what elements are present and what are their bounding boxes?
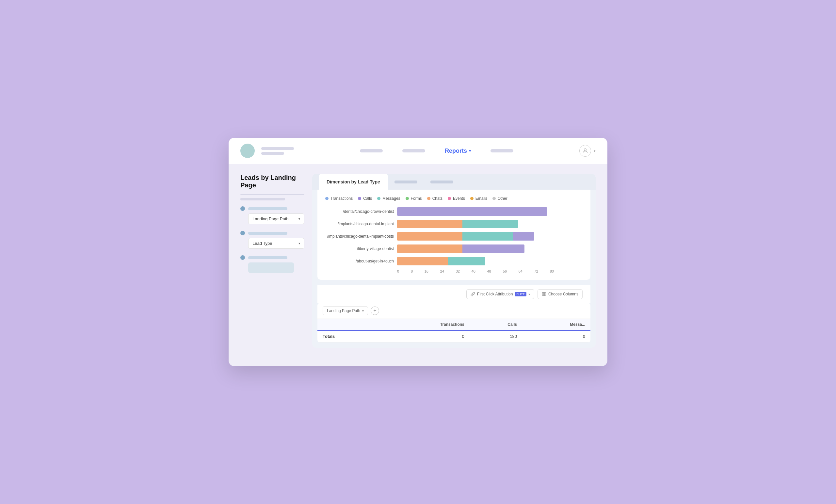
attribution-chevron-icon: ▾ — [528, 292, 530, 296]
table-cell-transactions: 0 — [378, 330, 470, 343]
bar-label: /implants/chicago-dental-implant — [325, 221, 394, 226]
legend-item-chats: Chats — [427, 196, 442, 201]
filter-dot-row-2 — [240, 231, 304, 235]
legend-dot-forms — [405, 197, 409, 200]
x-axis: 08162432404856647280 — [325, 269, 583, 273]
landing-page-path-label: Landing Page Path — [252, 216, 289, 221]
table-filter-button[interactable]: Landing Page Path ▾ — [323, 306, 368, 315]
bar-row: /implants/chicago-dental-implant — [397, 220, 583, 228]
filter-label-bar-2 — [248, 232, 287, 235]
landing-page-path-arrow-icon: ▾ — [299, 217, 300, 221]
lead-type-arrow-icon: ▾ — [299, 241, 300, 245]
sidebar-divider — [240, 194, 304, 195]
legend-dot-calls — [358, 197, 361, 200]
tab-inactive-bar-1 — [395, 180, 417, 183]
bar-segment — [513, 232, 534, 240]
legend-label-events: Events — [453, 196, 465, 201]
tab-inactive-2[interactable] — [424, 174, 460, 190]
x-axis-tick: 24 — [440, 269, 444, 273]
legend-item-events: Events — [448, 196, 465, 201]
filter-dot-3 — [240, 255, 245, 260]
bar-row: /implants/chicago-dental-implant-costs — [397, 232, 583, 240]
tab-inactive-bar-2 — [431, 180, 453, 183]
bar-segment — [462, 232, 513, 240]
legend-dot-events — [448, 197, 451, 200]
filter-dot-1 — [240, 206, 245, 211]
bar-label: /dental/chicago-crown-dentist — [325, 209, 394, 214]
filter-dot-2 — [240, 231, 245, 235]
table-cell-label: Totals — [318, 330, 378, 343]
bar-segment — [397, 220, 462, 228]
col-header-messages: Messa... — [522, 319, 590, 330]
table-row: Totals 0 180 0 — [318, 330, 590, 343]
table-filter-label: Landing Page Path — [327, 309, 360, 313]
filter-dot-row-3 — [240, 255, 304, 260]
header: Reports ▾ ▾ — [229, 138, 607, 164]
bar-segment — [462, 220, 518, 228]
x-axis-tick: 0 — [397, 269, 399, 273]
bar-segment — [397, 245, 462, 253]
data-table: Transactions Calls Messa... Totals 0 180… — [318, 319, 590, 343]
add-btn-label: + — [373, 308, 376, 314]
filter-dot-row-1 — [240, 206, 304, 211]
bar-segment — [448, 257, 485, 265]
filter-section-3 — [240, 255, 304, 273]
bar-segment — [397, 232, 462, 240]
bar-track — [397, 207, 547, 216]
table-cell-messages: 0 — [522, 330, 590, 343]
x-axis-tick: 8 — [411, 269, 413, 273]
tabs-bar: Dimension by Lead Type — [312, 174, 596, 190]
lead-type-dropdown[interactable]: Lead Type ▾ — [248, 238, 304, 249]
legend-item-transactions: Transactions — [325, 196, 353, 201]
legend-label-forms: Forms — [411, 196, 422, 201]
tab-inactive-1[interactable] — [388, 174, 424, 190]
attribution-button[interactable]: First Click Attribution ELITE ▾ — [466, 289, 534, 299]
body-layout: Leads by Landing Page Landing Page Path … — [229, 164, 607, 357]
table-cell-calls: 180 — [470, 330, 522, 343]
main-content: Dimension by Lead Type TransactionsCalls… — [312, 174, 596, 348]
user-avatar[interactable] — [579, 145, 591, 157]
lead-type-label: Lead Type — [252, 241, 272, 246]
filter-section-lead-type: Lead Type ▾ — [240, 231, 304, 249]
svg-rect-1 — [543, 292, 544, 296]
bar-segment — [397, 207, 547, 216]
main-nav: Reports ▾ — [301, 148, 573, 154]
brand-sub-bar — [261, 152, 284, 155]
x-axis-tick: 64 — [518, 269, 522, 273]
bar-segment — [462, 245, 525, 253]
bar-track — [397, 257, 485, 265]
nav-placeholder-3 — [491, 149, 513, 152]
chart-legend: TransactionsCallsMessagesFormsChatsEvent… — [325, 196, 583, 201]
bar-row: /about-us/get-in-touch — [397, 257, 583, 265]
avatar-chevron-icon: ▾ — [594, 149, 596, 153]
x-axis-tick: 40 — [472, 269, 475, 273]
add-column-button[interactable]: + — [370, 307, 379, 315]
choose-columns-label: Choose Columns — [548, 292, 578, 296]
table-header-row: Transactions Calls Messa... — [318, 319, 590, 330]
nav-reports-button[interactable]: Reports ▾ — [445, 148, 471, 154]
bar-row: /dental/chicago-crown-dentist — [397, 207, 583, 216]
col-header-calls: Calls — [470, 319, 522, 330]
sidebar-sub-line — [240, 198, 285, 200]
reports-label: Reports — [445, 148, 467, 154]
bar-track — [397, 232, 534, 240]
filter-section-landing-page: Landing Page Path ▾ — [240, 206, 304, 224]
tab-active-label: Dimension by Lead Type — [326, 179, 380, 185]
x-axis-labels: 08162432404856647280 — [397, 269, 554, 273]
legend-label-transactions: Transactions — [330, 196, 353, 201]
landing-page-path-dropdown[interactable]: Landing Page Path ▾ — [248, 213, 304, 224]
brand-title-group — [261, 147, 294, 155]
brand-title-bar — [261, 147, 294, 150]
tab-dimension-by-lead-type[interactable]: Dimension by Lead Type — [319, 174, 388, 190]
col-header-landing-page — [318, 319, 378, 330]
logo — [240, 143, 255, 158]
legend-item-calls: Calls — [358, 196, 372, 201]
bar-track — [397, 245, 525, 253]
link-icon — [471, 292, 475, 296]
sidebar: Leads by Landing Page Landing Page Path … — [240, 174, 312, 279]
bar-label: /liberty-village-dentist — [325, 247, 394, 251]
bar-label: /about-us/get-in-touch — [325, 259, 394, 264]
choose-columns-button[interactable]: Choose Columns — [537, 289, 583, 299]
legend-dot-emails — [470, 197, 474, 200]
x-axis-tick: 16 — [424, 269, 429, 273]
